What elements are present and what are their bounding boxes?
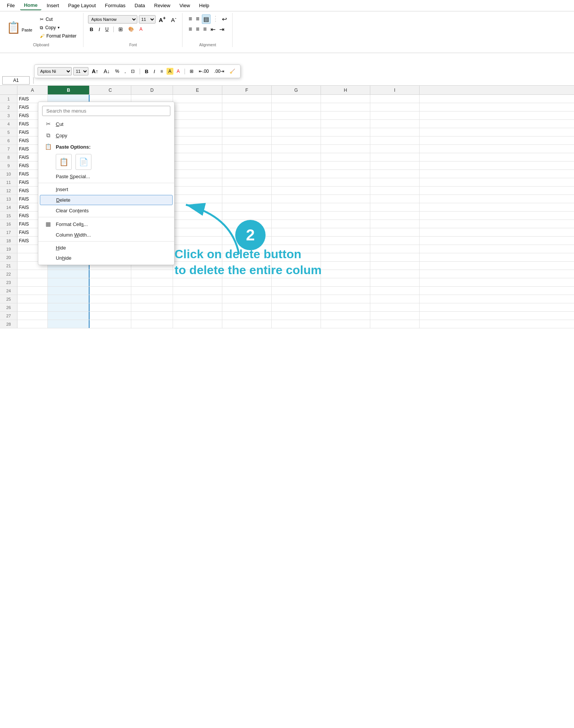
ctx-paste-special[interactable]: Paste Special... — [38, 171, 174, 182]
col-header-b[interactable]: B — [48, 86, 90, 94]
cell[interactable] — [222, 295, 272, 303]
cell[interactable] — [370, 287, 420, 295]
align-right-button[interactable]: ≡ — [202, 25, 208, 34]
cell[interactable] — [272, 153, 321, 161]
cell[interactable] — [90, 278, 131, 286]
menu-help[interactable]: Help — [195, 1, 213, 10]
cell[interactable] — [321, 187, 370, 195]
cell[interactable] — [321, 170, 370, 178]
cell[interactable] — [272, 320, 321, 328]
copy-dropdown-icon[interactable]: ▾ — [58, 25, 60, 30]
cell[interactable] — [48, 278, 90, 286]
cell[interactable] — [222, 162, 272, 169]
cell[interactable] — [173, 178, 222, 186]
cell[interactable] — [90, 270, 131, 278]
font-shrink-button[interactable]: A- — [169, 14, 178, 24]
menu-view[interactable]: View — [176, 1, 194, 10]
cell[interactable] — [222, 187, 272, 195]
cell[interactable] — [222, 120, 272, 128]
cell[interactable] — [173, 195, 222, 203]
cell[interactable] — [222, 303, 272, 311]
cell[interactable] — [321, 136, 370, 144]
cell[interactable] — [272, 278, 321, 286]
cell[interactable] — [321, 270, 370, 278]
col-header-i[interactable]: I — [370, 86, 420, 94]
cell[interactable] — [321, 295, 370, 303]
cell[interactable] — [370, 95, 420, 103]
mini-font-color-button[interactable]: A — [175, 67, 182, 75]
cell[interactable] — [370, 170, 420, 178]
cell[interactable] — [17, 312, 48, 320]
cell[interactable] — [173, 162, 222, 169]
cell[interactable] — [90, 287, 131, 295]
col-header-d[interactable]: D — [131, 86, 173, 94]
cell[interactable] — [90, 320, 131, 328]
cell[interactable] — [370, 120, 420, 128]
menu-file[interactable]: File — [3, 1, 19, 10]
increase-indent-button[interactable]: ⇥ — [218, 25, 226, 34]
cell[interactable] — [370, 303, 420, 311]
ctx-delete[interactable]: Delete — [40, 195, 173, 205]
cell[interactable] — [321, 103, 370, 111]
cell[interactable] — [173, 287, 222, 295]
align-top-button[interactable]: ≡ — [187, 14, 193, 24]
cell[interactable] — [131, 312, 173, 320]
cell[interactable] — [272, 187, 321, 195]
mini-bold-button[interactable]: B — [143, 67, 150, 75]
col-header-h[interactable]: H — [321, 86, 370, 94]
cell[interactable] — [17, 287, 48, 295]
cell[interactable] — [370, 212, 420, 220]
cell[interactable] — [370, 187, 420, 195]
cell[interactable] — [272, 295, 321, 303]
cell[interactable] — [370, 162, 420, 169]
cell[interactable] — [370, 320, 420, 328]
cell[interactable] — [321, 287, 370, 295]
cell[interactable] — [272, 287, 321, 295]
col-header-g[interactable]: G — [272, 86, 321, 94]
col-header-f[interactable]: F — [222, 86, 272, 94]
col-header-e[interactable]: E — [173, 86, 222, 94]
cell[interactable] — [173, 212, 222, 220]
cell[interactable] — [173, 295, 222, 303]
cell[interactable] — [173, 187, 222, 195]
cell[interactable] — [321, 111, 370, 119]
mini-grow-button[interactable]: A↑ — [90, 67, 100, 75]
ctx-insert[interactable]: Insert — [38, 184, 174, 195]
cell[interactable] — [222, 145, 272, 153]
cell[interactable] — [370, 295, 420, 303]
cell[interactable] — [131, 278, 173, 286]
cell[interactable] — [370, 103, 420, 111]
cell[interactable] — [17, 295, 48, 303]
cell[interactable] — [321, 128, 370, 136]
cell[interactable] — [17, 320, 48, 328]
mini-size-select[interactable]: 11 — [73, 67, 88, 75]
cell[interactable] — [321, 303, 370, 311]
cell[interactable] — [173, 136, 222, 144]
bold-button[interactable]: B — [88, 25, 95, 33]
cell[interactable] — [173, 203, 222, 211]
menu-data[interactable]: Data — [131, 1, 149, 10]
cell[interactable] — [370, 253, 420, 261]
cell[interactable] — [222, 287, 272, 295]
cell[interactable] — [370, 111, 420, 119]
cell[interactable] — [321, 320, 370, 328]
cell[interactable] — [272, 212, 321, 220]
cell[interactable] — [370, 278, 420, 286]
cell[interactable] — [272, 178, 321, 186]
ctx-cut[interactable]: ✂ Cut — [38, 118, 174, 130]
cell[interactable] — [321, 253, 370, 261]
col-header-c[interactable]: C — [90, 86, 131, 94]
font-grow-button[interactable]: A+ — [157, 14, 168, 24]
cell[interactable] — [272, 170, 321, 178]
cell[interactable] — [321, 162, 370, 169]
format-painter-button[interactable]: 🖌 Format Painter — [37, 32, 79, 40]
decrease-indent-button[interactable]: ⇤ — [209, 25, 217, 34]
cell[interactable] — [321, 203, 370, 211]
cell[interactable] — [222, 212, 272, 220]
cell[interactable] — [272, 228, 321, 236]
cell[interactable] — [272, 95, 321, 103]
border-button[interactable]: ⊞ — [116, 25, 125, 33]
cell[interactable] — [48, 295, 90, 303]
cell[interactable] — [370, 145, 420, 153]
underline-button[interactable]: U — [104, 25, 111, 33]
